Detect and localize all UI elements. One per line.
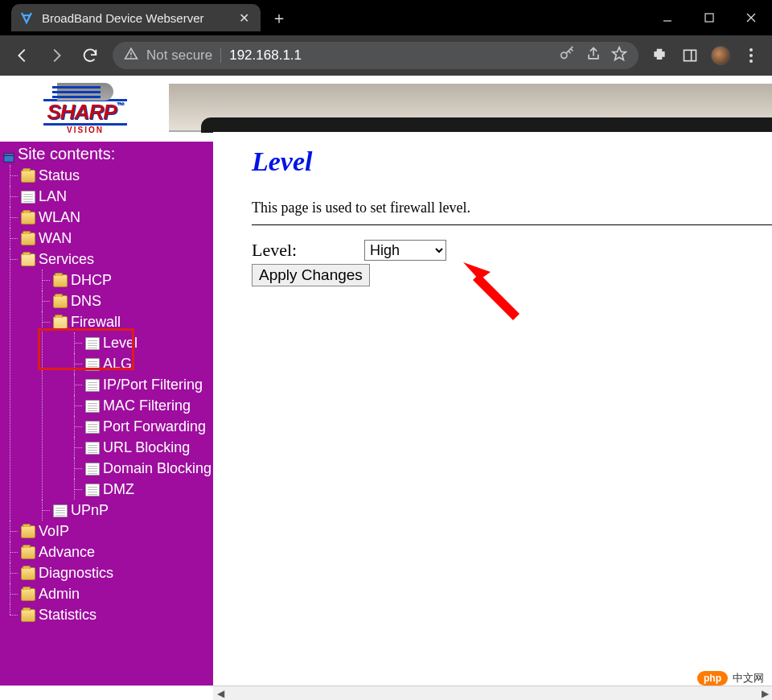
extensions-icon[interactable] bbox=[645, 41, 674, 70]
folder-icon bbox=[53, 274, 68, 287]
brand-logo: SHARP™ VISION bbox=[5, 76, 166, 142]
folder-open-icon bbox=[53, 316, 68, 329]
sidebar-item-services[interactable]: Services DHCP DNS Firewall Level ALG IP/… bbox=[3, 249, 210, 521]
logo-mark-icon bbox=[57, 83, 113, 101]
svg-rect-8 bbox=[684, 50, 696, 60]
sidebar-title: Site contents: bbox=[3, 145, 210, 163]
sidebar-item-admin[interactable]: Admin bbox=[3, 583, 210, 604]
nav-forward-button[interactable] bbox=[40, 41, 72, 70]
header-banner bbox=[169, 84, 772, 132]
apply-changes-button[interactable]: Apply Changes bbox=[252, 264, 370, 286]
svg-rect-1 bbox=[705, 14, 713, 22]
page-icon bbox=[85, 400, 100, 413]
browser-menu-icon[interactable] bbox=[737, 41, 766, 70]
address-bar[interactable]: Not secure 192.168.1.1 bbox=[113, 42, 639, 69]
insecure-label: Not secure bbox=[146, 47, 212, 64]
tab-close-icon[interactable]: ✕ bbox=[239, 10, 249, 26]
sidepanel-icon[interactable] bbox=[676, 41, 704, 70]
folder-icon bbox=[21, 170, 35, 183]
sidebar-item-alg[interactable]: ALG bbox=[68, 353, 210, 374]
svg-rect-10 bbox=[4, 155, 14, 162]
folder-open-icon bbox=[21, 253, 35, 266]
svg-rect-11 bbox=[4, 153, 14, 155]
share-icon[interactable] bbox=[585, 46, 602, 66]
url-text: 192.168.1.1 bbox=[229, 47, 302, 64]
sidebar-item-lan[interactable]: LAN bbox=[3, 186, 210, 207]
folder-icon bbox=[21, 525, 35, 538]
divider bbox=[252, 224, 772, 225]
sidebar-item-advance[interactable]: Advance bbox=[3, 541, 210, 562]
page-icon bbox=[85, 442, 100, 455]
page-icon bbox=[21, 191, 35, 204]
sidebar-item-dns[interactable]: DNS bbox=[35, 290, 210, 311]
sidebar-item-diag[interactable]: Diagnostics bbox=[3, 562, 210, 583]
svg-marker-7 bbox=[613, 47, 626, 60]
folder-icon bbox=[21, 609, 35, 622]
watermark: php 中文网 bbox=[697, 671, 764, 686]
svg-point-5 bbox=[130, 56, 132, 58]
insecure-icon bbox=[124, 47, 138, 65]
svg-point-6 bbox=[561, 52, 567, 58]
sidebar-item-voip[interactable]: VoIP bbox=[3, 521, 210, 541]
sidebar-item-stats[interactable]: Statistics bbox=[3, 604, 210, 625]
sidebar-item-status[interactable]: Status bbox=[3, 165, 210, 186]
horizontal-scrollbar[interactable]: ◀ ▶ bbox=[213, 686, 772, 700]
window-minimize-button[interactable] bbox=[647, 0, 688, 35]
tab-title: BroadBand Device Webserver bbox=[42, 11, 204, 25]
page-icon bbox=[85, 358, 100, 371]
sidebar-item-upnp[interactable]: UPnP bbox=[35, 500, 210, 521]
page-icon bbox=[85, 484, 100, 496]
page-icon bbox=[85, 421, 100, 434]
sidebar-item-firewall[interactable]: Firewall Level ALG IP/Port Filtering MAC… bbox=[35, 311, 210, 500]
favicon-icon bbox=[19, 10, 34, 25]
logo-text: SHARP™ bbox=[43, 99, 126, 126]
bookmark-star-icon[interactable] bbox=[611, 46, 627, 66]
page-content: SHARP™ VISION Site contents: Status LAN … bbox=[0, 76, 772, 700]
folder-icon bbox=[21, 546, 35, 559]
scroll-right-icon[interactable]: ▶ bbox=[758, 686, 772, 700]
sidebar-item-level[interactable]: Level bbox=[68, 332, 210, 353]
nav-reload-button[interactable] bbox=[74, 41, 106, 70]
sidebar-item-wlan[interactable]: WLAN bbox=[3, 207, 210, 228]
folder-icon bbox=[21, 212, 35, 224]
sidebar-item-portfwd[interactable]: Port Forwarding bbox=[68, 416, 210, 437]
addrbar-divider bbox=[220, 48, 221, 63]
sidebar-tree: Site contents: Status LAN WLAN WAN Servi… bbox=[0, 142, 213, 686]
sidebar-item-domblk[interactable]: Domain Blocking bbox=[68, 458, 210, 479]
page-heading: Level bbox=[252, 146, 772, 177]
sidebar-item-dmz[interactable]: DMZ bbox=[68, 479, 210, 500]
folder-icon bbox=[53, 295, 68, 308]
level-select[interactable]: High bbox=[364, 240, 446, 261]
folder-icon bbox=[21, 567, 35, 580]
password-key-icon[interactable] bbox=[558, 45, 576, 67]
new-tab-button[interactable]: ＋ bbox=[267, 7, 291, 29]
scroll-left-icon[interactable]: ◀ bbox=[213, 686, 228, 700]
window-close-button[interactable] bbox=[730, 0, 772, 35]
page-icon bbox=[85, 337, 100, 350]
sidebar-item-dhcp[interactable]: DHCP bbox=[35, 270, 210, 290]
window-titlebar: BroadBand Device Webserver ✕ ＋ bbox=[0, 0, 772, 35]
profile-avatar[interactable] bbox=[706, 41, 735, 70]
browser-tab[interactable]: BroadBand Device Webserver ✕ bbox=[11, 4, 261, 31]
page-icon bbox=[53, 504, 68, 517]
folder-icon bbox=[21, 233, 35, 245]
window-maximize-button[interactable] bbox=[688, 0, 730, 35]
sidebar-item-mac[interactable]: MAC Filtering bbox=[68, 395, 210, 416]
browser-toolbar: Not secure 192.168.1.1 bbox=[0, 35, 772, 76]
sidebar-item-ipport[interactable]: IP/Port Filtering bbox=[68, 374, 210, 395]
sidebar-item-wan[interactable]: WAN bbox=[3, 228, 210, 249]
page-icon bbox=[85, 379, 100, 392]
nav-back-button[interactable] bbox=[6, 41, 39, 70]
tree-root-icon bbox=[3, 149, 14, 160]
watermark-text: 中文网 bbox=[733, 671, 764, 686]
main-panel: Level This page is used to set firewall … bbox=[213, 132, 772, 686]
logo-subtext: VISION bbox=[67, 126, 104, 134]
folder-icon bbox=[21, 588, 35, 601]
page-icon bbox=[85, 463, 100, 476]
sidebar-item-urlblk[interactable]: URL Blocking bbox=[68, 437, 210, 458]
page-description: This page is used to set firewall level. bbox=[252, 200, 772, 216]
level-label: Level: bbox=[252, 240, 316, 261]
watermark-pill: php bbox=[697, 671, 728, 686]
